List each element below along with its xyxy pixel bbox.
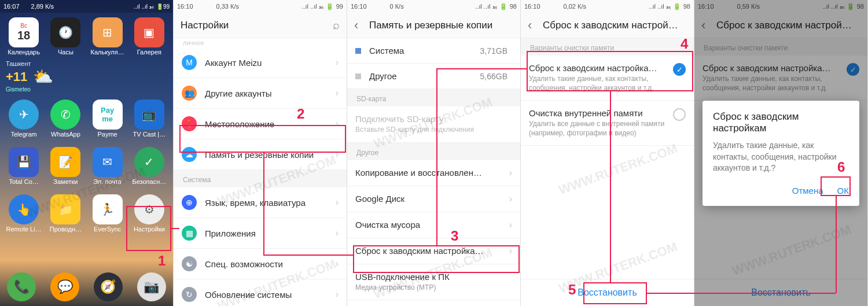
chevron-right-icon: › <box>336 149 339 160</box>
connector-line <box>171 228 179 229</box>
app-files[interactable]: 📁Проводн… <box>45 194 86 233</box>
app-telegram[interactable]: ✈Telegram <box>3 99 44 138</box>
status-bar: 16:10 0 К/s ..ıl ..ıl ₃₆ 🔋98 <box>347 0 520 13</box>
connector-line <box>436 68 527 69</box>
connector-line <box>263 255 353 256</box>
row-cleanup[interactable]: Очистка мусора› <box>347 212 520 238</box>
row-other-accounts[interactable]: 👥Другие аккаунты› <box>174 78 347 109</box>
page-title: Настройки <box>181 20 333 31</box>
row-language[interactable]: ⊕Язык, время, клавиатура› <box>174 187 347 218</box>
status-bar: 16:10 0,02 К/s ..ıl ..ıl ₃₆ 🔋98 <box>521 0 694 13</box>
signal-icon: ..ıl ..ıl ₃₆ <box>134 3 154 10</box>
row-storage-backup[interactable]: ☁Память и резервные копии› <box>174 139 347 170</box>
dock: 📞 💬 🧭 📷 <box>0 272 173 301</box>
cloud-icon: ☁ <box>182 147 197 162</box>
row-apps[interactable]: ▦Приложения› <box>174 218 347 249</box>
chevron-right-icon: › <box>336 57 339 68</box>
screen-home: 16:07 2,89 К/s ..ıl ..ıl ₃₆ 🔋99 Вс18Кале… <box>0 0 174 306</box>
screen-storage: 16:10 0 К/s ..ıl ..ıl ₃₆ 🔋98 ‹ Память и … <box>347 0 521 306</box>
section-variants: Варианты очистки памяти <box>521 38 694 56</box>
connector-line <box>610 91 611 282</box>
square-icon <box>355 73 361 79</box>
chevron-right-icon: › <box>336 289 339 300</box>
confirm-dialog: Сброс к заводским настройкам Удалить так… <box>703 101 859 206</box>
dialog-title: Сброс к заводским настройкам <box>713 111 849 134</box>
cancel-button[interactable]: Отмена <box>792 186 823 196</box>
step-label: 4 <box>681 36 688 52</box>
app-whatsapp[interactable]: ✆WhatsApp <box>45 99 86 138</box>
app-tvcast[interactable]: 📺TV Cast |… <box>129 99 170 138</box>
chevron-right-icon: › <box>336 259 339 269</box>
step-label: 2 <box>297 106 304 122</box>
header: ‹ Память и резервные копии <box>347 13 520 38</box>
row-accessibility[interactable]: ☯Спец. возможности› <box>174 249 347 279</box>
accounts-icon: 👥 <box>182 86 197 101</box>
section-system: Система <box>174 170 347 187</box>
section-sd: SD-карта <box>347 89 520 106</box>
back-icon[interactable]: ‹ <box>354 18 362 33</box>
app-settings[interactable]: ⚙Настройки <box>129 194 170 233</box>
row-usb[interactable]: USB-подключение к ПК Медиа-устройство (M… <box>347 264 520 301</box>
back-icon[interactable]: ‹ <box>528 18 536 33</box>
app-email[interactable]: ✉Эл. почта <box>87 147 128 185</box>
radio-unchecked-icon[interactable] <box>673 108 686 121</box>
chevron-right-icon: › <box>336 197 339 208</box>
meizu-icon: M <box>182 55 197 70</box>
chevron-right-icon: › <box>336 88 339 98</box>
radio-checked-icon[interactable]: ✓ <box>673 63 686 76</box>
opt-internal-cleanup[interactable]: Очистка внутренней памяти Удалить все да… <box>521 101 694 146</box>
page-title: Память и резервные копии <box>369 20 513 31</box>
app-remotelink[interactable]: 👆Remote Li… <box>3 194 44 233</box>
header: ‹ Сброс к заводским настрой… <box>521 13 694 38</box>
weather-widget[interactable]: Ташкент +11 ⛅ Gismeteo <box>0 60 173 95</box>
step-label: 1 <box>158 253 165 269</box>
apps-icon: ▦ <box>182 226 197 241</box>
connector-line <box>836 196 837 293</box>
row-other-storage: Другое5,66GB <box>347 64 520 89</box>
dock-messages[interactable]: 💬 <box>50 272 79 301</box>
row-meizu-account[interactable]: MАккаунт Meizu› <box>174 47 347 78</box>
opt-factory-reset[interactable]: Сброс к заводским настройка… Удалить так… <box>521 56 694 101</box>
app-eversync[interactable]: 🏃EverSync <box>87 194 128 233</box>
step-label: 3 <box>451 228 458 244</box>
app-payme[interactable]: PaymePayme <box>87 99 128 138</box>
update-icon: ↻ <box>182 287 197 302</box>
home-grid: Вс18Календарь 🕐Часы ⊞Калькуля… ▣Галерея <box>0 13 173 60</box>
app-gallery[interactable]: ▣Галерея <box>129 17 170 56</box>
app-clock[interactable]: 🕐Часы <box>45 17 86 56</box>
app-security[interactable]: ✓Безопасн… <box>129 147 170 185</box>
row-copy-restore[interactable]: Копирование и восстановлен…› <box>347 160 520 186</box>
battery-icon: 🔋99 <box>156 3 170 10</box>
chevron-right-icon: › <box>509 194 512 204</box>
row-google-drive[interactable]: Google Диск› <box>347 186 520 212</box>
dock-phone[interactable]: 📞 <box>7 272 36 301</box>
row-factory-reset[interactable]: Сброс к заводским настройка…› <box>347 238 520 264</box>
row-system-storage: Система3,71GB <box>347 38 520 64</box>
row-update[interactable]: ↻Обновление системы› <box>174 279 347 306</box>
chevron-right-icon: › <box>509 246 512 256</box>
chevron-right-icon: › <box>509 220 512 230</box>
location-icon: 📍 <box>182 116 197 131</box>
dock-camera[interactable]: 📷 <box>137 272 166 301</box>
screen-reset: 16:10 0,02 К/s ..ıl ..ıl ₃₆ 🔋98 ‹ Сброс … <box>521 0 694 306</box>
row-sd-connect: Подключить SD-карту Вставьте SD-карту дл… <box>347 106 520 143</box>
ok-button[interactable]: ОК <box>837 186 849 196</box>
status-bar: 16:07 2,89 К/s ..ıl ..ıl ₃₆ 🔋99 <box>0 0 173 13</box>
status-time: 16:07 <box>3 3 20 10</box>
status-bar: 16:10 0,33 К/s ..ıl ..ıl ₃₆ 🔋99 <box>174 0 347 13</box>
connector-line <box>647 293 836 294</box>
dock-browser[interactable]: 🧭 <box>94 272 123 301</box>
connector-line <box>263 153 264 255</box>
header: Настройки ⌕ <box>174 13 347 38</box>
accessibility-icon: ☯ <box>182 256 197 271</box>
row-location[interactable]: 📍Местоположение› <box>174 109 347 139</box>
chevron-right-icon: › <box>336 119 339 129</box>
app-totalcommander[interactable]: 💾Total Co… <box>3 147 44 185</box>
search-icon[interactable]: ⌕ <box>333 19 340 32</box>
app-calculator[interactable]: ⊞Калькуля… <box>87 17 128 56</box>
screen-settings: 16:10 0,33 К/s ..ıl ..ıl ₃₆ 🔋99 Настройк… <box>174 0 347 306</box>
step-label: 5 <box>568 282 576 298</box>
connector-line <box>436 68 437 245</box>
app-calendar[interactable]: Вс18Календарь <box>3 17 44 56</box>
app-notes[interactable]: 📝Заметки <box>45 147 86 185</box>
